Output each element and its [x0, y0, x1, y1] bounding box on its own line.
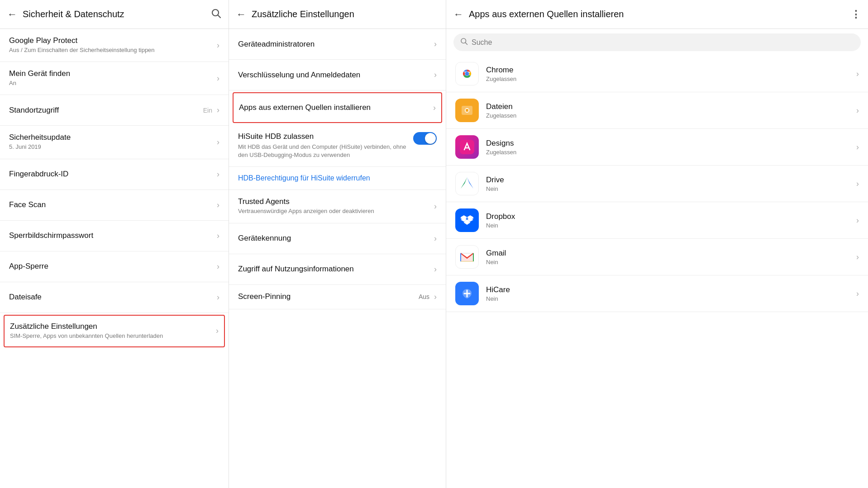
- mid-item-geratadministratoren[interactable]: Geräteadministratoren ›: [229, 29, 446, 60]
- app-item-drive[interactable]: Drive Nein ›: [446, 166, 868, 202]
- app-item-chrome[interactable]: Chrome Zugelassen ›: [446, 56, 868, 92]
- svg-rect-11: [460, 140, 474, 154]
- svg-line-1: [218, 15, 221, 18]
- chevron-icon: ›: [217, 231, 219, 241]
- left-item-fingerabdruck-id[interactable]: Fingerabdruck-ID ›: [0, 159, 229, 190]
- chevron-icon: ›: [434, 39, 437, 49]
- mid-item-apps-extern[interactable]: Apps aus externen Quellen installieren ›: [233, 92, 442, 123]
- app-item-hicare[interactable]: HiCare Nein ›: [446, 275, 868, 312]
- left-header-title: Sicherheit & Datenschutz: [23, 9, 205, 19]
- left-header: ← Sicherheit & Datenschutz: [0, 0, 229, 29]
- search-input[interactable]: [472, 38, 854, 47]
- right-header: ← Apps aus externen Quellen installieren…: [446, 0, 868, 29]
- chevron-icon: ›: [856, 142, 859, 152]
- svg-point-7: [465, 72, 469, 76]
- chevron-icon: ›: [217, 137, 219, 147]
- right-more-icon[interactable]: ⋮: [851, 9, 861, 20]
- left-item-mein-gerat-finden[interactable]: Mein Gerät finden An ›: [0, 62, 229, 95]
- chevron-icon: ›: [217, 200, 219, 210]
- chrome-icon: [455, 62, 479, 85]
- hicare-icon: [455, 282, 479, 305]
- left-item-face-scan[interactable]: Face Scan ›: [0, 190, 229, 221]
- chevron-icon: ›: [856, 289, 859, 298]
- chevron-icon: ›: [433, 103, 436, 113]
- right-header-title: Apps aus externen Quellen installieren: [469, 9, 845, 19]
- chevron-icon: ›: [434, 234, 437, 243]
- app-item-designs[interactable]: Designs Zugelassen ›: [446, 129, 868, 166]
- left-item-sperrbildschirmpasswort[interactable]: Sperrbildschirmpasswort ›: [0, 221, 229, 251]
- left-back-button[interactable]: ←: [7, 9, 17, 20]
- svg-rect-10: [466, 109, 468, 112]
- designs-icon: [455, 135, 479, 159]
- left-item-app-sperre[interactable]: App-Sperre ›: [0, 251, 229, 282]
- left-panel: ← Sicherheit & Datenschutz Google Play P…: [0, 0, 229, 488]
- chevron-icon: ›: [856, 179, 859, 189]
- chevron-icon: ›: [217, 74, 219, 83]
- chevron-icon: ›: [434, 202, 437, 211]
- chevron-icon: ›: [217, 293, 219, 302]
- chevron-icon: ›: [217, 41, 219, 50]
- chevron-icon: ›: [217, 105, 219, 115]
- left-item-google-play-protect[interactable]: Google Play Protect Aus / Zum Einschalte…: [0, 29, 229, 62]
- chevron-icon: ›: [856, 106, 859, 115]
- app-item-gmail[interactable]: Gmail Nein ›: [446, 239, 868, 275]
- drive-icon: [455, 172, 479, 195]
- left-item-zusatzliche-einstellungen[interactable]: Zusätzliche Einstellungen SIM-Sperre, Ap…: [4, 315, 225, 347]
- search-icon: [460, 37, 468, 47]
- chevron-icon: ›: [434, 292, 437, 302]
- mid-list: Geräteadministratoren › Verschlüsselung …: [229, 29, 446, 488]
- chevron-icon: ›: [217, 262, 219, 271]
- mid-item-trusted-agents[interactable]: Trusted Agents Vertrauenswürdige Apps an…: [229, 190, 446, 223]
- mid-panel: ← Zusätzliche Einstellungen Geräteadmini…: [229, 0, 446, 488]
- chevron-icon: ›: [434, 265, 437, 274]
- right-apps-list: Chrome Zugelassen › Dateien Zugelassen ›: [446, 56, 868, 488]
- gmail-icon: [455, 245, 479, 269]
- mid-item-zugriff-nutzung[interactable]: Zugriff auf Nutzungsinformationen ›: [229, 254, 446, 285]
- dropbox-icon: [455, 208, 479, 232]
- mid-back-button[interactable]: ←: [236, 9, 246, 20]
- left-item-dateisafe[interactable]: Dateisafe ›: [0, 282, 229, 313]
- mid-item-verschlusselung[interactable]: Verschlüsselung und Anmeldedaten ›: [229, 60, 446, 90]
- dateien-icon: [455, 99, 479, 122]
- mid-item-screen-pinning[interactable]: Screen-Pinning Aus ›: [229, 285, 446, 309]
- chevron-icon: ›: [856, 69, 859, 79]
- chevron-icon: ›: [434, 70, 437, 80]
- hisuite-toggle[interactable]: [413, 132, 437, 145]
- mid-item-hdb-berechtigung[interactable]: HDB-Berechtigung für HiSuite widerrufen: [229, 167, 446, 190]
- svg-marker-12: [461, 177, 467, 189]
- svg-line-3: [465, 43, 467, 44]
- left-search-icon[interactable]: [210, 8, 221, 21]
- chevron-icon: ›: [856, 216, 859, 225]
- mid-item-geratekennung[interactable]: Gerätekennung ›: [229, 223, 446, 254]
- mid-item-hisuite-hdb[interactable]: HiSuite HDB zulassen Mit HDB das Gerät u…: [229, 125, 446, 167]
- mid-header: ← Zusätzliche Einstellungen: [229, 0, 446, 29]
- mid-header-title: Zusätzliche Einstellungen: [252, 9, 439, 19]
- left-item-standortzugriff[interactable]: Standortzugriff Ein ›: [0, 95, 229, 126]
- chevron-icon: ›: [216, 326, 219, 336]
- right-back-button[interactable]: ←: [453, 9, 463, 20]
- svg-marker-13: [467, 177, 473, 189]
- chevron-icon: ›: [217, 170, 219, 179]
- app-item-dropbox[interactable]: Dropbox Nein ›: [446, 202, 868, 239]
- app-item-dateien[interactable]: Dateien Zugelassen ›: [446, 92, 868, 129]
- chevron-icon: ›: [856, 252, 859, 262]
- left-list: Google Play Protect Aus / Zum Einschalte…: [0, 29, 229, 488]
- right-panel: ← Apps aus externen Quellen installieren…: [446, 0, 868, 488]
- left-item-sicherheitsupdate[interactable]: Sicherheitsupdate 5. Juni 2019 ›: [0, 126, 229, 159]
- right-search-bar: [453, 33, 861, 51]
